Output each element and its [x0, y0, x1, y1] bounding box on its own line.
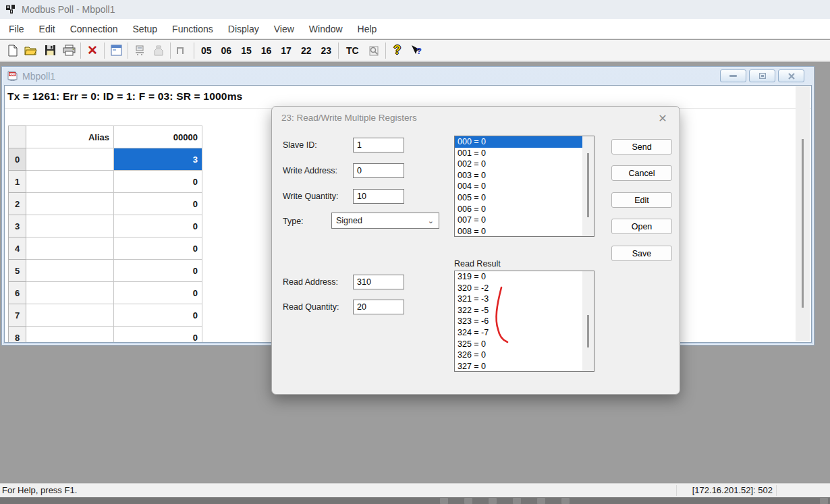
minimize-button[interactable] — [720, 69, 746, 82]
menu-file[interactable]: File — [1, 20, 32, 38]
menu-setup[interactable]: Setup — [126, 20, 165, 38]
taskbar-icon[interactable] — [513, 498, 521, 504]
write-address-field[interactable] — [353, 163, 404, 178]
taskbar-icon[interactable] — [561, 498, 570, 504]
value-cell[interactable]: 0 — [114, 327, 202, 343]
read-quantity-field[interactable] — [353, 300, 404, 314]
value-cell[interactable]: 0 — [114, 171, 202, 193]
menu-help[interactable]: Help — [350, 20, 385, 38]
value-cell[interactable]: 0 — [114, 304, 202, 327]
list-item[interactable]: 326 = 0 — [455, 349, 594, 361]
value-cell[interactable]: 0 — [114, 237, 202, 260]
function-05-button[interactable]: 05 — [196, 42, 217, 59]
tc-button[interactable]: TC — [341, 45, 364, 56]
scrollbar-thumb[interactable] — [802, 139, 804, 308]
list-item[interactable]: 002 = 0 — [455, 159, 594, 170]
scrollbar-thumb[interactable] — [587, 153, 589, 217]
listbox-scrollbar[interactable] — [582, 271, 594, 371]
print-icon[interactable] — [59, 42, 78, 59]
write-registers-listbox[interactable]: 000 = 0 001 = 0 002 = 0 003 = 0 004 = 0 … — [454, 136, 594, 237]
slave-id-field[interactable] — [353, 138, 404, 152]
function-22-button[interactable]: 22 — [296, 42, 316, 59]
read-address-field[interactable] — [353, 275, 404, 289]
function-16-button[interactable]: 16 — [256, 42, 277, 59]
list-item[interactable]: 325 = 0 — [455, 339, 594, 350]
type-dropdown[interactable]: Signed ⌄ — [331, 213, 439, 229]
list-item[interactable]: 001 = 0 — [455, 148, 594, 159]
list-item[interactable]: 327 = 0 — [455, 361, 594, 372]
menu-window[interactable]: Window — [302, 20, 350, 38]
alias-cell[interactable] — [26, 193, 114, 215]
taskbar-icon[interactable] — [440, 498, 448, 504]
read-result-listbox[interactable]: 319 = 0 320 = -2 321 = -3 322 = -5 323 =… — [454, 271, 594, 372]
about-help-icon[interactable]: ? — [388, 42, 407, 59]
value-column-header[interactable]: 00000 — [114, 126, 202, 148]
taskbar-icon[interactable] — [537, 498, 545, 504]
value-cell[interactable]: 0 — [114, 193, 202, 215]
function-06-button[interactable]: 06 — [217, 42, 237, 59]
communication-icon[interactable] — [149, 42, 168, 59]
save-icon[interactable] — [40, 42, 59, 59]
menu-edit[interactable]: Edit — [32, 20, 63, 38]
vertical-scrollbar[interactable] — [796, 86, 810, 341]
open-file-icon[interactable] — [22, 42, 40, 59]
alias-cell[interactable] — [26, 282, 114, 304]
cut-red-x-icon[interactable]: ✕ — [83, 42, 102, 59]
listbox-scrollbar[interactable] — [582, 136, 594, 236]
send-button[interactable]: Send — [611, 139, 672, 155]
write-quantity-field[interactable] — [353, 189, 404, 204]
alias-cell[interactable] — [26, 327, 114, 343]
alias-cell[interactable] — [26, 215, 114, 237]
list-item[interactable]: 003 = 0 — [455, 170, 594, 181]
list-item[interactable]: 319 = 0 — [455, 271, 594, 283]
alias-cell[interactable] — [26, 304, 114, 327]
menu-functions[interactable]: Functions — [165, 20, 221, 38]
list-item[interactable]: 322 = -5 — [455, 305, 594, 316]
list-item[interactable]: 324 = -7 — [455, 327, 594, 339]
setup-window-icon[interactable] — [107, 42, 126, 59]
function-17-button[interactable]: 17 — [276, 42, 296, 59]
open-button[interactable]: Open — [611, 219, 672, 234]
child-titlebar[interactable]: DOC Mbpoll1 — [2, 67, 814, 85]
value-cell-selected[interactable]: 3 — [114, 148, 202, 171]
taskbar-icon[interactable] — [464, 498, 472, 504]
alias-cell[interactable] — [26, 148, 114, 171]
function-23-button[interactable]: 23 — [316, 42, 336, 59]
pulse-icon[interactable] — [173, 42, 192, 59]
chevron-down-icon: ⌄ — [428, 217, 434, 225]
list-item[interactable]: 320 = -2 — [455, 283, 594, 294]
zoom-resize-icon[interactable] — [364, 42, 383, 59]
menu-view[interactable]: View — [267, 20, 302, 38]
function-15-button[interactable]: 15 — [236, 42, 256, 59]
list-item[interactable]: 321 = -3 — [455, 293, 594, 305]
scrollbar-thumb[interactable] — [587, 315, 589, 347]
list-item[interactable]: 005 = 0 — [455, 192, 594, 204]
save-button[interactable]: Save — [611, 246, 672, 261]
taskbar-icon[interactable] — [820, 498, 828, 504]
list-item[interactable]: 004 = 0 — [455, 181, 594, 192]
alias-cell[interactable] — [26, 260, 114, 282]
list-item[interactable]: 008 = 0 — [455, 226, 594, 237]
list-item[interactable]: 007 = 0 — [455, 215, 594, 226]
alias-column-header[interactable]: Alias — [26, 126, 114, 148]
value-cell[interactable]: 0 — [114, 215, 202, 237]
list-item[interactable]: 000 = 0 — [455, 136, 594, 148]
context-help-icon[interactable]: ? — [407, 42, 426, 59]
dialog-close-icon[interactable]: ✕ — [655, 111, 670, 125]
alias-cell[interactable] — [26, 171, 114, 193]
menu-connection[interactable]: Connection — [63, 20, 126, 38]
value-cell[interactable]: 0 — [114, 282, 202, 304]
new-file-icon[interactable] — [3, 42, 22, 59]
value-cell[interactable]: 0 — [114, 260, 202, 282]
restore-button[interactable] — [749, 69, 775, 82]
cancel-button[interactable]: Cancel — [611, 165, 672, 181]
status-bar: For Help, press F1. [172.16.201.52]: 502 — [0, 483, 830, 497]
list-item[interactable]: 323 = -6 — [455, 316, 594, 327]
taskbar-icon[interactable] — [489, 498, 497, 504]
menu-display[interactable]: Display — [221, 20, 267, 38]
close-button[interactable] — [778, 69, 804, 82]
edit-button[interactable]: Edit — [611, 192, 672, 208]
alias-cell[interactable] — [26, 237, 114, 260]
read-write-definition-icon[interactable] — [130, 42, 149, 59]
list-item[interactable]: 006 = 0 — [455, 204, 594, 215]
